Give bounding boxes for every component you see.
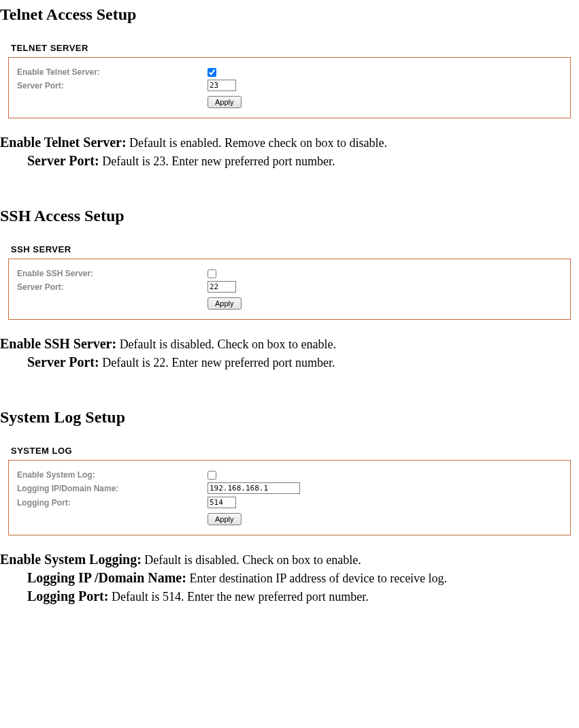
ssh-desc-line-1: Server Port: Default is 22. Enter new pr… (0, 354, 579, 370)
ssh-desc-text-1: Default is 22. Enter new preferred port … (99, 356, 335, 369)
syslog-desc-line-0: Enable System Logging: Default is disabl… (0, 552, 579, 567)
telnet-desc-line-1: Server Port: Default is 23. Enter new pr… (0, 153, 579, 169)
syslog-desc-text-1: Enter destination IP address of device t… (186, 572, 447, 585)
ssh-desc-text-0: Default is disabled. Check on box to ena… (116, 337, 336, 351)
telnet-panel-title: TELNET SERVER (11, 43, 571, 53)
syslog-apply-row: Apply (17, 512, 562, 525)
ssh-enable-label: Enable SSH Server: (17, 269, 208, 278)
ssh-port-input[interactable] (208, 281, 236, 293)
ssh-panel-title: SSH SERVER (11, 244, 571, 254)
syslog-heading: System Log Setup (0, 408, 579, 427)
telnet-heading: Telnet Access Setup (0, 5, 579, 24)
syslog-desc-strong-2: Logging Port: (27, 589, 108, 603)
syslog-port-input[interactable] (208, 497, 236, 508)
ssh-heading: SSH Access Setup (0, 207, 579, 225)
telnet-desc-line-0: Enable Telnet Server: Default is enabled… (0, 135, 579, 150)
syslog-apply-button[interactable]: Apply (208, 513, 242, 525)
telnet-port-row: Server Port: (17, 80, 562, 91)
telnet-desc-strong-0: Enable Telnet Server: (0, 135, 127, 150)
telnet-panel-wrap: TELNET SERVER Enable Telnet Server: Serv… (0, 43, 579, 118)
syslog-desc-line-1: Logging IP /Domain Name: Enter destinati… (0, 570, 579, 586)
syslog-panel: Enable System Log: Logging IP/Domain Nam… (8, 460, 571, 535)
syslog-desc: Enable System Logging: Default is disabl… (0, 552, 579, 604)
telnet-apply-row: Apply (17, 95, 562, 108)
ssh-desc: Enable SSH Server: Default is disabled. … (0, 336, 579, 370)
syslog-desc-text-2: Default is 514. Enter the new preferred … (108, 590, 368, 603)
telnet-port-input[interactable] (208, 80, 236, 91)
telnet-apply-button[interactable]: Apply (208, 96, 242, 108)
ssh-apply-button[interactable]: Apply (208, 297, 242, 310)
ssh-apply-row: Apply (17, 297, 562, 310)
telnet-enable-checkbox[interactable] (208, 68, 216, 77)
ssh-panel: Enable SSH Server: Server Port: Apply (8, 259, 571, 320)
syslog-ip-label: Logging IP/Domain Name: (17, 484, 208, 493)
ssh-desc-strong-1: Server Port: (27, 354, 99, 369)
syslog-desc-text-0: Default is disabled. Check on box to ena… (142, 553, 361, 567)
ssh-enable-checkbox[interactable] (208, 269, 216, 278)
ssh-port-label: Server Port: (17, 282, 208, 292)
syslog-enable-checkbox[interactable] (208, 471, 216, 480)
syslog-ip-row: Logging IP/Domain Name: (17, 482, 562, 494)
telnet-port-label: Server Port: (17, 81, 208, 90)
syslog-port-row: Logging Port: (17, 497, 562, 508)
syslog-ip-input[interactable] (208, 482, 300, 494)
telnet-desc-strong-1: Server Port: (27, 153, 99, 168)
syslog-enable-row: Enable System Log: (17, 470, 562, 480)
ssh-desc-line-0: Enable SSH Server: Default is disabled. … (0, 336, 579, 352)
telnet-enable-label: Enable Telnet Server: (17, 67, 208, 77)
ssh-port-row: Server Port: (17, 281, 562, 293)
ssh-panel-wrap: SSH SERVER Enable SSH Server: Server Por… (0, 244, 579, 320)
telnet-desc-text-1: Default is 23. Enter new preferred port … (99, 154, 335, 168)
telnet-enable-row: Enable Telnet Server: (17, 67, 562, 77)
syslog-enable-label: Enable System Log: (17, 470, 208, 480)
ssh-desc-strong-0: Enable SSH Server: (0, 336, 116, 351)
syslog-panel-wrap: SYSTEM LOG Enable System Log: Logging IP… (0, 446, 579, 535)
ssh-enable-row: Enable SSH Server: (17, 269, 562, 278)
telnet-panel: Enable Telnet Server: Server Port: Apply (8, 57, 571, 118)
syslog-desc-strong-1: Logging IP /Domain Name: (27, 570, 186, 585)
syslog-desc-strong-0: Enable System Logging: (0, 552, 142, 567)
telnet-desc: Enable Telnet Server: Default is enabled… (0, 135, 579, 169)
syslog-panel-title: SYSTEM LOG (11, 446, 571, 456)
syslog-desc-line-2: Logging Port: Default is 514. Enter the … (0, 589, 579, 604)
syslog-port-label: Logging Port: (17, 498, 208, 508)
telnet-desc-text-0: Default is enabled. Remove check on box … (127, 136, 387, 150)
